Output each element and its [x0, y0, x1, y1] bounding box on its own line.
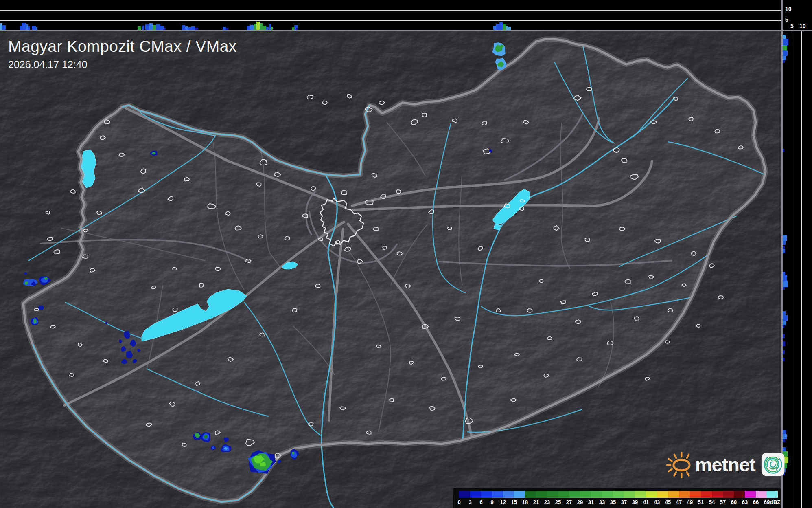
dbz-swatch: [558, 491, 569, 498]
top-profile-echo: [160, 26, 164, 30]
dbz-tick-label: 0: [457, 499, 460, 505]
right-profile-echo: [783, 358, 784, 361]
right-profile-echo: [783, 434, 787, 439]
dbz-swatch: [602, 491, 613, 498]
right-profile-echo: [783, 341, 785, 346]
top-profile-echo: [508, 27, 511, 30]
top-profile-echo: [156, 24, 160, 30]
dbz-tick-label: 41: [643, 499, 649, 505]
dbz-tick-label: 6: [479, 499, 482, 505]
dbz-tick-label: 69: [764, 499, 770, 505]
right-profile-echo: [783, 249, 785, 253]
dbz-swatch: [569, 491, 580, 498]
dbz-swatch: [756, 491, 767, 498]
dbz-swatch: [470, 491, 481, 498]
dbz-tick-label: 23: [544, 499, 550, 505]
timestamp: 2026.04.17 12:40: [8, 59, 237, 70]
dbz-tick-label: 57: [720, 499, 726, 505]
dbz-tick-label: 35: [610, 499, 616, 505]
dbz-swatch: [712, 491, 723, 498]
top-profile-echo: [145, 24, 149, 30]
dbz-swatch: [459, 491, 470, 498]
top-profile-echo: [247, 26, 250, 30]
top-profile-echo: [149, 23, 153, 30]
right-profile-echo: [783, 334, 785, 338]
top-profile-echo: [223, 27, 226, 30]
metnet-logo: metnet: [666, 447, 785, 482]
right-vmax-profile: [783, 31, 812, 508]
right-profile-echo: [783, 60, 785, 63]
right-profile-gridline-10km: [801, 31, 802, 508]
top-profile-echo: [499, 22, 503, 30]
dbz-tick-label: 66: [753, 499, 759, 505]
hungary-radar-map: [0, 31, 781, 508]
dbz-colorbar: 0369121518212325272931333537394143454749…: [453, 488, 781, 508]
dbz-swatch: [734, 491, 745, 498]
right-profile-echo: [783, 281, 788, 287]
right-profile-echo: [783, 430, 786, 434]
dbz-tick-label: 43: [654, 499, 660, 505]
dbz-swatch: [536, 491, 547, 498]
dbz-swatch: [679, 491, 690, 498]
right-profile-echo: [783, 350, 785, 354]
sun-icon: [666, 447, 696, 482]
right-profile-echo: [783, 56, 786, 60]
right-profile-echo: [783, 272, 785, 275]
dbz-tick-label: 12: [500, 499, 506, 505]
dbz-tick-label: 49: [687, 499, 693, 505]
top-profile-echo: [32, 26, 36, 30]
dbz-unit-label: dBZ: [770, 499, 780, 505]
dbz-tick-label: 25: [555, 499, 561, 505]
right-profile-echo: [783, 439, 785, 442]
right-profile-echo: [783, 311, 786, 315]
top-profile-echo: [256, 22, 260, 30]
top-profile-echo: [191, 26, 195, 30]
dbz-swatch: [591, 491, 602, 498]
right-profile-echo: [783, 35, 786, 39]
dbz-tick-label: 9: [490, 499, 493, 505]
dbz-tick-label: 31: [588, 499, 594, 505]
dbz-swatch: [613, 491, 624, 498]
dbz-swatch: [525, 491, 536, 498]
dbz-tick-label: 18: [522, 499, 528, 505]
top-profile-echo: [496, 24, 499, 30]
right-profile-echo: [783, 315, 788, 321]
right-profile-echo: [783, 50, 788, 56]
dbz-tick-label: 51: [698, 499, 704, 505]
dbz-swatch: [657, 491, 668, 498]
dbz-tick-label: 3: [468, 499, 471, 505]
dbz-swatch: [514, 491, 525, 498]
top-profile-echo: [185, 26, 188, 30]
map-top-frame-line: [0, 30, 812, 31]
top-axis-tick-10km: 10: [785, 6, 792, 12]
top-profile-echo: [493, 26, 496, 30]
dbz-swatch: [767, 491, 778, 498]
top-profile-echo: [2, 25, 6, 30]
right-profile-echo: [783, 149, 784, 152]
top-profile-echo: [263, 26, 266, 30]
dbz-swatch: [580, 491, 591, 498]
dbz-tick-label: 37: [621, 499, 627, 505]
right-axis-tick-5km: 5: [790, 23, 794, 29]
dbz-tick-label: 29: [577, 499, 583, 505]
top-vmax-profile: [0, 0, 781, 30]
right-profile-echo: [783, 241, 786, 245]
dbz-swatch: [503, 491, 514, 498]
right-profile-echo: [783, 321, 786, 325]
top-profile-echo: [182, 25, 185, 30]
dbz-swatch: [690, 491, 701, 498]
dbz-tick-label: 54: [709, 499, 715, 505]
metnet-app-icon: [761, 451, 785, 478]
top-profile-gridline-5km: [0, 20, 781, 21]
dbz-tick-label: 33: [599, 499, 605, 505]
dbz-tick-label: 45: [665, 499, 671, 505]
dbz-swatch: [481, 491, 492, 498]
dbz-tick-label: 39: [632, 499, 638, 505]
top-profile-echo: [254, 24, 256, 30]
dbz-tick-label: 47: [676, 499, 682, 505]
top-profile-echo: [250, 25, 254, 30]
top-profile-gridline-10km: [0, 10, 781, 11]
right-axis-tick-10km: 10: [799, 23, 806, 29]
dbz-swatch: [635, 491, 646, 498]
top-profile-echo: [28, 26, 30, 30]
